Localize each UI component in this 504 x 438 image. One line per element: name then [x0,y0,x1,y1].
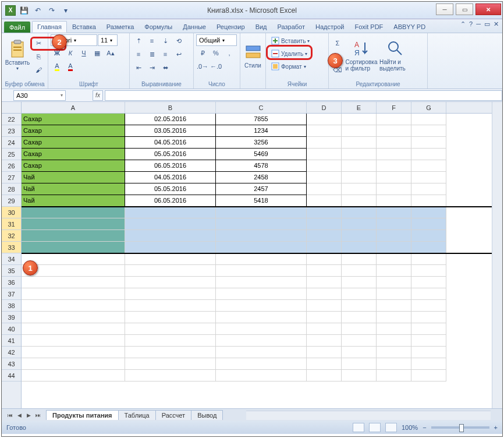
tab-рецензир[interactable]: Рецензир [211,21,250,33]
tab-вставка[interactable]: Вставка [67,21,101,33]
cell[interactable] [411,242,446,253]
table-row[interactable] [22,370,502,382]
cell[interactable] [411,172,446,183]
cell[interactable] [342,253,377,265]
column-header-C[interactable]: C [216,102,307,113]
cell[interactable] [125,288,216,300]
cell[interactable] [377,114,411,125]
cell[interactable] [342,230,377,242]
cell[interactable] [342,242,377,253]
table-row[interactable]: Чай06.05.20165418 [22,195,502,207]
cell[interactable] [125,265,216,277]
align-center-button[interactable]: ≣ [145,48,158,61]
app-menu-button[interactable]: X [5,5,16,16]
cell[interactable]: 2457 [216,183,307,195]
cell[interactable] [22,300,125,312]
help-icon[interactable]: ? [469,20,473,28]
cell[interactable] [411,207,446,218]
tab-вид[interactable]: Вид [250,21,272,33]
cell[interactable] [216,335,307,347]
cell[interactable] [342,288,377,300]
zoom-slider[interactable] [431,426,489,429]
cell[interactable]: 02.05.2016 [125,114,216,125]
tab-надстрой[interactable]: Надстрой [310,21,349,33]
paste-button[interactable]: Вставить▾ [4,34,31,76]
cell[interactable] [216,347,307,358]
cell[interactable] [377,149,411,160]
cell[interactable] [377,183,411,195]
cell[interactable] [125,300,216,312]
cell[interactable] [377,207,411,218]
table-row[interactable] [22,288,502,300]
cell[interactable] [377,265,411,277]
cell[interactable] [377,242,411,253]
formula-input[interactable] [105,90,502,101]
cell[interactable]: 1234 [216,125,307,137]
table-row[interactable] [22,358,502,370]
sheet-nav-last[interactable]: ⏭ [33,411,42,420]
cell[interactable] [411,335,446,347]
cell[interactable] [342,125,377,137]
cell[interactable] [307,149,342,160]
cell[interactable] [22,242,125,253]
font-color-button[interactable]: A [64,60,77,73]
sheet-nav-first[interactable]: ⏮ [5,411,15,420]
cell[interactable]: 04.05.2016 [125,172,216,183]
zoom-in-button[interactable]: + [494,424,498,431]
cell[interactable] [216,253,307,265]
cell[interactable] [342,149,377,160]
cell[interactable] [377,125,411,137]
cell[interactable] [377,160,411,172]
cell[interactable] [411,347,446,358]
cell[interactable]: 7855 [216,114,307,125]
cell[interactable] [307,207,342,218]
column-header-G[interactable]: G [411,102,446,113]
row-header[interactable]: 29 [2,195,21,207]
cell[interactable] [342,300,377,312]
cell[interactable] [307,160,342,172]
row-header[interactable]: 24 [2,137,21,149]
cell[interactable] [125,207,216,218]
sheet-tab[interactable]: Таблица [118,410,156,420]
cell[interactable] [22,207,125,218]
cell[interactable] [411,125,446,137]
cell[interactable] [377,300,411,312]
cell[interactable] [411,300,446,312]
column-header-B[interactable]: B [125,102,216,113]
cell[interactable] [216,300,307,312]
cell[interactable] [411,358,446,370]
tab-разработ[interactable]: Разработ [272,21,310,33]
cell[interactable] [307,137,342,149]
view-normal-button[interactable] [353,423,364,432]
cell[interactable]: Сахар [22,137,125,149]
cell[interactable]: 2458 [216,172,307,183]
fill-color-button[interactable]: A [51,60,63,73]
cell[interactable]: 4578 [216,160,307,172]
cell[interactable]: 3256 [216,137,307,149]
row-header[interactable]: 27 [2,172,21,183]
cell[interactable] [342,207,377,218]
cell[interactable]: Сахар [22,114,125,125]
cell[interactable] [342,277,377,288]
cell[interactable] [411,183,446,195]
table-row[interactable] [22,335,502,347]
column-header-E[interactable]: E [342,102,377,113]
cell[interactable] [216,312,307,323]
vertical-scrollbar[interactable] [492,102,502,408]
save-button[interactable]: 💾 [18,5,30,16]
cell[interactable] [307,288,342,300]
font-size-combo[interactable]: 11▾ [98,34,118,46]
cell[interactable] [411,149,446,160]
cell[interactable] [22,358,125,370]
cut-button[interactable]: ✂ [32,37,45,50]
cell[interactable]: Сахар [22,160,125,172]
increase-decimal-button[interactable]: .0→ [196,60,209,73]
row-header[interactable]: 28 [2,183,21,195]
table-row[interactable]: Сахар02.05.20167855 [22,114,502,125]
cell[interactable] [22,370,125,382]
table-row[interactable]: Чай04.05.20162458 [22,172,502,183]
currency-button[interactable]: ₽ [196,47,209,59]
cell[interactable] [216,218,307,230]
cell[interactable] [22,230,125,242]
cell[interactable] [411,137,446,149]
